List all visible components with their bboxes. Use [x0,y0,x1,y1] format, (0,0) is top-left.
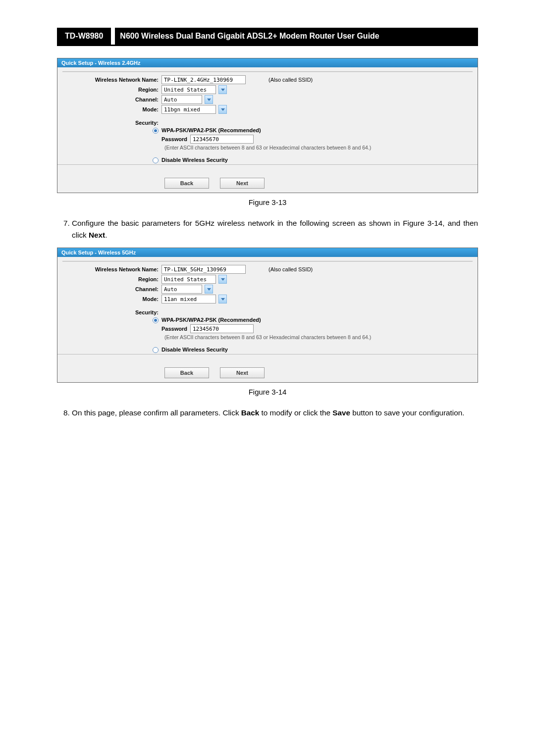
label-channel: Channel: [62,286,161,292]
region-select-5[interactable] [161,275,216,284]
radio-disable-5[interactable] [153,347,159,353]
mode-select-5[interactable] [161,295,216,303]
back-button[interactable]: Back [164,367,209,378]
label-channel: Channel: [62,97,161,102]
model-badge: TD-W8980 [57,28,111,45]
panel-header-5ghz: Quick Setup - Wireless 5GHz [57,248,478,257]
ssid-note: (Also called SSID) [268,266,313,272]
region-select-24[interactable] [161,85,216,94]
panel-wireless-5ghz: Quick Setup - Wireless 5GHz Wireless Net… [57,248,478,383]
figure-caption-314: Figure 3-14 [57,388,478,396]
wpa-label: WPA-PSK/WPA2-PSK (Recommended) [161,317,261,323]
panel-header-24ghz: Quick Setup - Wireless 2.4GHz [57,58,478,67]
password-input-5[interactable] [190,324,254,333]
next-button[interactable]: Next [220,178,265,189]
password-input-24[interactable] [190,135,254,144]
chevron-down-icon[interactable] [218,105,227,114]
channel-select-24[interactable] [161,95,202,104]
label-mode: Mode: [62,106,161,112]
label-security: Security: [62,120,161,126]
channel-select-5[interactable] [161,285,202,294]
label-region: Region: [62,87,161,93]
wnn-input-24[interactable] [161,75,246,84]
radio-wpa-5[interactable] [153,317,159,323]
step-8: On this page, please confirm all paramet… [72,407,478,419]
radio-disable-24[interactable] [153,157,159,163]
wpa-label: WPA-PSK/WPA2-PSK (Recommended) [161,127,261,133]
password-hint: (Enter ASCII characters between 8 and 63… [164,334,473,340]
disable-label: Disable Wireless Security [161,347,228,353]
panel-wireless-24ghz: Quick Setup - Wireless 2.4GHz Wireless N… [57,58,478,193]
back-button[interactable]: Back [164,178,209,189]
password-label: Password [161,326,187,332]
label-region: Region: [62,276,161,282]
doc-header: TD-W8980 N600 Wireless Dual Band Gigabit… [57,20,478,46]
password-label: Password [161,136,187,142]
label-mode: Mode: [62,296,161,302]
wnn-input-5[interactable] [161,265,246,274]
label-wnn: Wireless Network Name: [62,266,161,272]
ssid-note: (Also called SSID) [268,77,313,83]
doc-title: N600 Wireless Dual Band Gigabit ADSL2+ M… [111,28,478,45]
chevron-down-icon[interactable] [205,285,213,294]
chevron-down-icon[interactable] [205,95,213,104]
label-wnn: Wireless Network Name: [62,77,161,83]
chevron-down-icon[interactable] [218,295,227,303]
disable-label: Disable Wireless Security [161,157,228,163]
password-hint: (Enter ASCII characters between 8 and 63… [164,145,473,151]
chevron-down-icon[interactable] [218,85,227,94]
chevron-down-icon[interactable] [218,275,227,284]
mode-select-24[interactable] [161,105,216,114]
figure-caption-313: Figure 3-13 [57,198,478,206]
next-button[interactable]: Next [220,367,265,378]
radio-wpa-24[interactable] [153,128,159,134]
label-security: Security: [62,309,161,315]
step-7: Configure the basic parameters for 5GHz … [72,217,478,241]
